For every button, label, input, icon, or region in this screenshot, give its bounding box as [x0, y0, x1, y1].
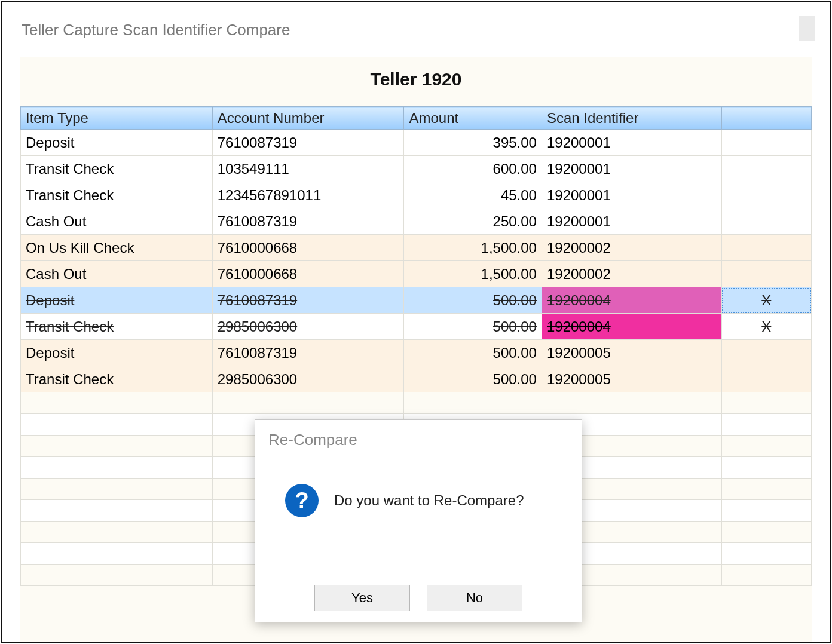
cell-empty	[21, 414, 213, 436]
cell-amount: 500.00	[404, 287, 542, 314]
col-header-action[interactable]	[721, 107, 811, 130]
cell-item-type: Deposit	[21, 130, 213, 156]
cell-account-number: 7610000668	[212, 261, 404, 287]
cell-scan-identifier: 19200001	[542, 182, 721, 208]
cell-empty	[21, 565, 213, 586]
cell-action	[721, 182, 811, 208]
cell-empty	[21, 436, 213, 457]
cell-scan-identifier: 19200005	[542, 366, 721, 392]
cell-empty	[21, 479, 213, 500]
cell-empty	[404, 392, 542, 414]
cell-scan-identifier: 19200005	[542, 340, 721, 366]
cell-action	[721, 235, 811, 261]
cell-account-number: 2985006300	[212, 314, 404, 340]
cell-empty	[721, 543, 811, 565]
cell-action	[721, 208, 811, 235]
col-header-item-type[interactable]: Item Type	[21, 107, 213, 130]
cell-action	[721, 156, 811, 182]
cell-amount: 500.00	[404, 314, 542, 340]
question-icon: ?	[285, 484, 319, 517]
cell-scan-identifier: 19200001	[542, 156, 721, 182]
cell-amount: 500.00	[404, 340, 542, 366]
table-row[interactable]: Transit Check123456789101145.0019200001	[21, 182, 812, 208]
table-row[interactable]: Transit Check2985006300500.0019200005	[21, 366, 812, 392]
table-row[interactable]: Cash Out7610087319250.0019200001	[21, 208, 812, 235]
table-row[interactable]: On Us Kill Check76100006681,500.00192000…	[21, 235, 812, 261]
cell-amount: 45.00	[404, 182, 542, 208]
cell-scan-identifier: 19200002	[542, 235, 721, 261]
cell-empty	[721, 522, 811, 543]
col-header-account-number[interactable]: Account Number	[212, 107, 404, 130]
col-header-amount[interactable]: Amount	[404, 107, 542, 130]
table-row[interactable]: Deposit7610087319395.0019200001	[21, 130, 812, 156]
table-header-row: Item Type Account Number Amount Scan Ide…	[21, 107, 812, 130]
table-row[interactable]: Transit Check103549111600.0019200001	[21, 156, 812, 182]
cell-item-type: Deposit	[21, 287, 213, 314]
cell-empty	[721, 436, 811, 457]
cell-scan-identifier: 19200001	[542, 208, 721, 235]
cell-item-type: Cash Out	[21, 261, 213, 287]
cell-amount: 1,500.00	[404, 235, 542, 261]
cell-scan-identifier: 19200004	[542, 287, 721, 314]
table-row-empty	[21, 392, 812, 414]
cell-action[interactable]: X	[721, 287, 811, 314]
table-row[interactable]: Deposit7610087319500.0019200004X	[21, 287, 812, 314]
cell-empty	[721, 392, 811, 414]
col-header-scan-identifier[interactable]: Scan Identifier	[542, 107, 721, 130]
cell-action	[721, 261, 811, 287]
window-titlebar: Teller Capture Scan Identifier Compare	[17, 16, 815, 44]
recompare-dialog: Re-Compare ? Do you want to Re-Compare? …	[255, 419, 582, 622]
cell-action	[721, 340, 811, 366]
cell-account-number: 7610087319	[212, 287, 404, 314]
cell-empty	[542, 392, 721, 414]
cell-empty	[721, 565, 811, 586]
titlebar-control-placeholder	[799, 16, 815, 41]
dialog-title: Re-Compare	[255, 420, 582, 454]
cell-empty	[212, 392, 404, 414]
cell-account-number: 103549111	[212, 156, 404, 182]
cell-account-number: 7610087319	[212, 208, 404, 235]
cell-scan-identifier: 19200004	[542, 314, 721, 340]
cell-empty	[721, 414, 811, 436]
cell-amount: 250.00	[404, 208, 542, 235]
table-row[interactable]: Cash Out76100006681,500.0019200002	[21, 261, 812, 287]
cell-account-number: 7610087319	[212, 130, 404, 156]
cell-account-number: 7610000668	[212, 235, 404, 261]
cell-account-number: 2985006300	[212, 366, 404, 392]
cell-amount: 500.00	[404, 366, 542, 392]
cell-amount: 1,500.00	[404, 261, 542, 287]
cell-action[interactable]: X	[721, 314, 811, 340]
cell-empty	[721, 457, 811, 479]
cell-empty	[721, 500, 811, 522]
cell-empty	[721, 479, 811, 500]
dialog-message: Do you want to Re-Compare?	[334, 492, 524, 509]
cell-account-number: 1234567891011	[212, 182, 404, 208]
cell-account-number: 7610087319	[212, 340, 404, 366]
cell-item-type: On Us Kill Check	[21, 235, 213, 261]
cell-item-type: Cash Out	[21, 208, 213, 235]
table-row[interactable]: Transit Check2985006300500.0019200004X	[21, 314, 812, 340]
cell-scan-identifier: 19200002	[542, 261, 721, 287]
no-button[interactable]: No	[427, 585, 522, 611]
cell-action	[721, 130, 811, 156]
cell-item-type: Deposit	[21, 340, 213, 366]
cell-amount: 395.00	[404, 130, 542, 156]
cell-empty	[21, 500, 213, 522]
table-row[interactable]: Deposit7610087319500.0019200005	[21, 340, 812, 366]
cell-scan-identifier: 19200001	[542, 130, 721, 156]
cell-item-type: Transit Check	[21, 182, 213, 208]
yes-button[interactable]: Yes	[314, 585, 410, 611]
cell-item-type: Transit Check	[21, 314, 213, 340]
cell-action	[721, 366, 811, 392]
cell-empty	[21, 522, 213, 543]
window-title: Teller Capture Scan Identifier Compare	[22, 21, 290, 39]
cell-empty	[21, 392, 213, 414]
cell-empty	[21, 543, 213, 565]
cell-item-type: Transit Check	[21, 366, 213, 392]
cell-empty	[21, 457, 213, 479]
cell-amount: 600.00	[404, 156, 542, 182]
teller-heading: Teller 1920	[20, 57, 812, 106]
cell-item-type: Transit Check	[21, 156, 213, 182]
